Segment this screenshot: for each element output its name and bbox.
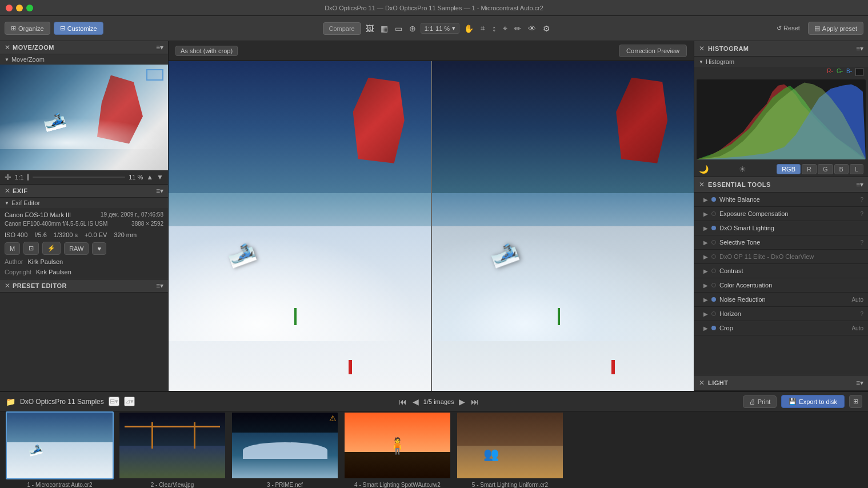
compare-button[interactable]: Compare (323, 22, 361, 35)
eye-btn[interactable]: 👁 (526, 22, 538, 35)
thumb-item-2[interactable]: 2 - ClearView.jpg (118, 411, 226, 488)
tool-smart-lighting[interactable]: ▶ DxO Smart Lighting (694, 221, 868, 235)
nav-last-btn[interactable]: ⏭ (470, 396, 480, 407)
zoom-stepper-down[interactable]: ▼ (157, 173, 163, 181)
exif-raw-btn[interactable]: RAW (64, 242, 89, 255)
smart-lighting-indicator (711, 226, 716, 230)
tool-selective-tone[interactable]: ▶ Selective Tone ? (694, 235, 868, 250)
image-icon-btn[interactable]: 🖼 (363, 22, 376, 35)
brush-btn[interactable]: ✏ (512, 22, 523, 35)
tool-white-balance[interactable]: ▶ White Balance ? (694, 193, 868, 207)
thumb-label-1: 1 - Microcontrast Auto.cr2 (27, 482, 93, 488)
settings-btn[interactable]: ⚙ (541, 22, 553, 35)
horizon-help-icon[interactable]: ? (860, 311, 863, 317)
sort-icon: ⊟▾ (110, 398, 118, 405)
preset-header: ✕ PRESET EDITOR ≡▾ (0, 279, 168, 293)
histogram-close-icon[interactable]: ✕ (699, 45, 705, 53)
tool-contrast[interactable]: ▶ Contrast (694, 264, 868, 278)
r-label: R- (827, 68, 833, 76)
tool-exposure-compensation[interactable]: ▶ Exposure Compensation ? (694, 207, 868, 221)
move-zoom-menu-icon[interactable]: ≡▾ (156, 43, 163, 51)
moon-icon[interactable]: 🌙 (699, 165, 709, 174)
light-close-icon[interactable]: ✕ (699, 379, 705, 387)
exif-close-icon[interactable]: ✕ (5, 187, 10, 195)
hist-rgb-btn[interactable]: RGB (777, 164, 801, 174)
preset-menu-icon[interactable]: ≡▾ (156, 282, 163, 290)
sort-button[interactable]: ⊟▾ (109, 397, 119, 406)
plus-zoom-btn[interactable]: ⊕ (407, 22, 418, 35)
exif-mode-m-btn[interactable]: M (5, 242, 20, 255)
tool-horizon[interactable]: ▶ Horizon ? (694, 307, 868, 321)
exif-portrait-btn[interactable]: ⊡ (23, 242, 39, 255)
move-zoom-preview[interactable]: 🎿 (0, 65, 168, 170)
exif-aperture: f/5.6 (34, 231, 46, 238)
thumb-item-4[interactable]: 🧍 4 - Smart Lighting SpotWAuto.rw2 (343, 411, 451, 488)
smart-lighting-label: DxO Smart Lighting (719, 225, 774, 231)
exif-chevron-icon: ▼ (5, 201, 9, 206)
exposure-help-icon[interactable]: ? (860, 211, 863, 217)
maximize-button[interactable] (26, 5, 33, 11)
print-button[interactable]: 🖨 Print (743, 395, 777, 408)
histogram-menu-icon[interactable]: ≡▾ (856, 45, 863, 53)
zoom-slider-thumb[interactable] (27, 174, 29, 181)
preset-close-icon[interactable]: ✕ (5, 282, 10, 290)
exif-flash-btn[interactable]: ⚡ (42, 242, 61, 255)
crop-expand-icon: ▶ (703, 325, 708, 331)
export-button[interactable]: 💾 Export to disk (781, 395, 845, 408)
customize-button[interactable]: ⊟ Customize (54, 22, 103, 35)
exif-heart-btn[interactable]: ♥ (92, 242, 106, 255)
sun-icon[interactable]: ☀ (739, 165, 746, 174)
thumb-item-1[interactable]: 🎿 1 - Microcontrast Auto.cr2 (6, 411, 114, 488)
apply-preset-button[interactable]: ▤ Apply preset (808, 22, 863, 35)
white-balance-expand-icon: ▶ (703, 197, 708, 203)
close-button[interactable] (6, 5, 13, 11)
frame-btn[interactable]: ▭ (393, 22, 405, 35)
snow-spray-right (432, 226, 694, 342)
tool-crop[interactable]: ▶ Crop Auto (694, 321, 868, 335)
tool-clearview[interactable]: ▶ DxO OP 11 Elite - DxO ClearView (694, 250, 868, 264)
exif-date: 19 дек. 2009 г., 07:46:58 (101, 211, 163, 219)
grid-view-btn[interactable]: ▦ (378, 22, 390, 35)
thumb-item-3[interactable]: ⚠ 3 - PRIME.nef (231, 411, 339, 488)
crop-tool-btn[interactable]: ⌗ (478, 21, 487, 35)
hand-tool-btn[interactable]: ✋ (462, 22, 476, 35)
histogram-title: HISTOGRAM (708, 45, 749, 52)
light-menu-icon[interactable]: ≡▾ (856, 379, 863, 387)
zoom-stepper-up[interactable]: ▲ (146, 173, 153, 181)
hist-l-btn[interactable]: L (850, 164, 863, 174)
zoom-crosshair-icon[interactable]: ✛ (5, 173, 11, 182)
essential-tools-title: ESSENTIAL TOOLS (708, 181, 771, 188)
organize-button[interactable]: ⊞ Organize (5, 22, 50, 35)
nav-first-btn[interactable]: ⏮ (398, 396, 408, 407)
reset-button[interactable]: ↺ Reset (772, 22, 805, 34)
zoom-dropdown-icon[interactable]: ▾ (452, 25, 455, 32)
exif-icons-row: M ⊡ ⚡ RAW ♥ (5, 242, 163, 255)
hist-b-btn[interactable]: B (834, 164, 849, 174)
window-title: DxO OpticsPro 11 — DxO OpticsPro 11 Samp… (325, 5, 543, 11)
correction-preview-btn[interactable]: Correction Preview (619, 45, 687, 57)
noise-reduction-expand-icon: ▶ (703, 297, 708, 303)
tool-noise-reduction[interactable]: ▶ Noise Reduction Auto (694, 293, 868, 307)
selective-tone-help-icon[interactable]: ? (860, 239, 863, 246)
thumb-item-5[interactable]: 👥 5 - Smart Lighting Uniform.cr2 (456, 411, 564, 488)
straighten-btn[interactable]: ↕ (490, 22, 498, 35)
exif-menu-icon[interactable]: ≡▾ (156, 187, 163, 195)
essential-tools-menu-icon[interactable]: ≡▾ (856, 181, 863, 189)
hist-r-btn[interactable]: R (802, 164, 817, 174)
repair-btn[interactable]: ⌖ (501, 21, 510, 35)
color-accent-expand-icon: ▶ (703, 282, 708, 289)
export-options-btn[interactable]: ⊞ (849, 395, 862, 408)
hist-g-btn[interactable]: G (818, 164, 833, 174)
white-balance-help-icon[interactable]: ? (860, 197, 863, 203)
noise-reduction-value: Auto (851, 297, 863, 303)
selective-tone-expand-icon: ▶ (703, 239, 708, 246)
filter-button[interactable]: ⊿▾ (124, 397, 135, 406)
minimize-button[interactable] (16, 5, 23, 11)
zoom-preset-btn[interactable]: 1:1 (15, 174, 23, 181)
nav-next-btn[interactable]: ▶ (458, 396, 466, 407)
tool-color-accentuation[interactable]: ▶ Color Accentuation (694, 278, 868, 293)
nav-prev-btn[interactable]: ◀ (411, 396, 420, 407)
move-zoom-close-icon[interactable]: ✕ (5, 43, 10, 51)
zoom-track (33, 177, 125, 178)
essential-tools-close-icon[interactable]: ✕ (699, 181, 705, 189)
